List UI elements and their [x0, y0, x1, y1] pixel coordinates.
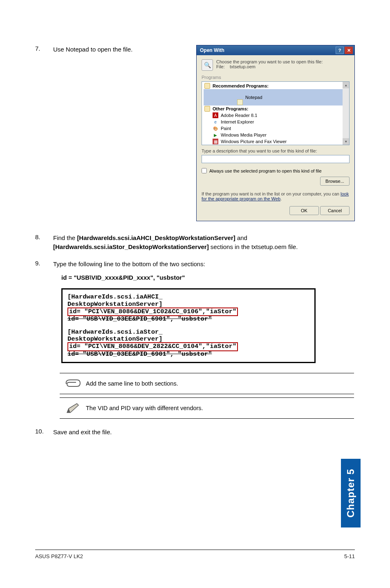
- group-other: Other Programs:: [213, 106, 248, 111]
- code-line: DesktopWorkstationServer]: [67, 301, 309, 308]
- code-line: DesktopWorkstationServer]: [67, 336, 309, 343]
- code-line-strike: id= "USB\VID_03EE&PID_6901", "usbstor": [67, 350, 212, 358]
- folder-icon: [204, 106, 210, 112]
- always-use-label: Always use the selected program to open …: [209, 168, 322, 173]
- open-with-dialog: Open With ? ✕ 🔍 Choose the program you w…: [196, 45, 355, 221]
- dialog-prompt: Choose the program you want to use to op…: [216, 59, 323, 71]
- list-item-wordpad[interactable]: ✎WordPad: [204, 145, 348, 145]
- list-item-ie[interactable]: eInternet Explorer: [204, 119, 348, 125]
- dialog-title: Open With: [200, 47, 335, 53]
- web-link[interactable]: look: [341, 191, 349, 196]
- step-text: Use Notepad to open the file.: [53, 45, 132, 54]
- note-text: The VID and PID vary with different vend…: [86, 405, 203, 411]
- list-item-paint[interactable]: 🎨Paint: [204, 125, 348, 132]
- scrollbar[interactable]: ▴ ▾: [343, 82, 349, 145]
- description-input[interactable]: [202, 155, 350, 163]
- help-button[interactable]: ?: [336, 47, 344, 54]
- step-number: 7.: [35, 45, 53, 52]
- web-link-2[interactable]: for the appropriate program on the Web: [202, 196, 280, 201]
- footer-page-number: 5-11: [344, 553, 355, 559]
- programs-tab[interactable]: Programs: [197, 75, 354, 80]
- notepad-icon: [237, 99, 243, 105]
- paperclip-icon: [60, 377, 86, 391]
- chapter-tab: Chapter 5: [341, 459, 361, 527]
- prompt-file-name: txtsetup.oem: [230, 64, 256, 69]
- step-text: Type the following line to the bottom of…: [53, 260, 205, 269]
- code-line-highlight: id= "PCI\VEN_8086&DEV_1C02&CC_0106","iaS…: [67, 307, 238, 316]
- close-button[interactable]: ✕: [345, 47, 353, 54]
- section-name-2: [HardwareIds.scsi.iaStor_DesktopWorkstat…: [53, 243, 209, 250]
- note-row: The VID and PID vary with different vend…: [60, 397, 354, 419]
- list-item-wmp[interactable]: ▶Windows Media Player: [204, 132, 348, 138]
- note-row: Add the same line to both sections.: [60, 373, 354, 394]
- id-line: id = "USB\VID_xxxx&PID_xxxx", "usbstor": [61, 274, 355, 281]
- step-number: 9.: [35, 260, 53, 267]
- code-box: [HardwareIds.scsi.iaAHCI_ DesktopWorksta…: [61, 288, 316, 363]
- code-line-strike: id= "USB\VID_03EE&PID_6901", "usbstor": [67, 315, 212, 323]
- group-recommended: Recommended Programs:: [213, 83, 269, 88]
- footer-model: ASUS P8Z77-V LK2: [35, 553, 83, 559]
- ok-button[interactable]: OK: [289, 206, 319, 215]
- section-name-1: [HardwareIds.scsi.iaAHCI_DesktopWorkstat…: [77, 234, 235, 241]
- adobe-icon: A: [213, 112, 218, 118]
- web-hint: If the program you want is not in the li…: [197, 190, 354, 206]
- step-number: 10.: [35, 428, 53, 435]
- pencil-icon: [60, 401, 86, 415]
- description-label: Type a description that you want to use …: [197, 148, 354, 154]
- ie-icon: e: [213, 119, 218, 125]
- dialog-titlebar: Open With ? ✕: [197, 45, 354, 55]
- step-number: 8.: [35, 233, 53, 240]
- paint-icon: 🎨: [213, 126, 218, 131]
- folder-icon: [204, 83, 210, 89]
- prompt-line1: Choose the program you want to use to op…: [216, 59, 323, 64]
- code-line-highlight: id= "PCI\VEN_8086&DEV_2822&CC_0104","iaS…: [67, 342, 238, 351]
- code-line: [HardwareIds.scsi.iaStor_: [67, 329, 309, 336]
- list-item-fax[interactable]: ▦Windows Picture and Fax Viewer: [204, 138, 348, 145]
- step-text: Find the [HardwareIds.scsi.iaAHCI_Deskto…: [53, 233, 298, 251]
- scroll-down[interactable]: ▾: [343, 138, 349, 145]
- list-item-notepad[interactable]: Notepad: [204, 89, 348, 105]
- note-text: Add the same line to both sections.: [86, 380, 178, 387]
- fax-icon: ▦: [213, 139, 218, 144]
- cancel-button[interactable]: Cancel: [320, 206, 350, 215]
- page-footer: ASUS P8Z77-V LK2 5-11: [35, 550, 355, 559]
- chapter-label: Chapter 5: [345, 469, 356, 518]
- list-item-adobe[interactable]: AAdobe Reader 8.1: [204, 112, 348, 119]
- scroll-up[interactable]: ▴: [343, 82, 349, 88]
- step-text: Save and exit the file.: [53, 428, 112, 437]
- code-line: [HardwareIds.scsi.iaAHCI_: [67, 294, 309, 301]
- prompt-file-label: File:: [216, 64, 225, 69]
- browse-button[interactable]: Browse...: [320, 177, 350, 186]
- always-use-checkbox[interactable]: [202, 168, 207, 173]
- wmp-icon: ▶: [213, 132, 218, 138]
- program-list[interactable]: Recommended Programs: Notepad Other Prog…: [202, 81, 350, 145]
- file-icon: 🔍: [202, 59, 213, 71]
